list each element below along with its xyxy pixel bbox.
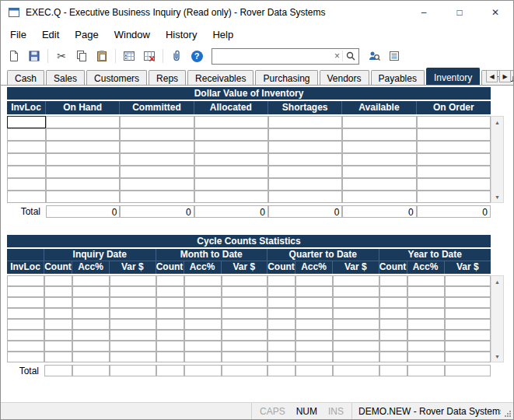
maximize-button[interactable]: □	[442, 1, 477, 24]
cycle-cell[interactable]	[445, 341, 491, 352]
cycle-cell[interactable]	[407, 330, 445, 341]
cycle-cell[interactable]	[7, 352, 44, 362]
inventory-cell[interactable]	[417, 166, 491, 178]
inventory-cell[interactable]	[342, 141, 416, 153]
cycle-cell[interactable]	[407, 319, 445, 330]
cycle-cell[interactable]	[44, 297, 72, 308]
inventory-cell[interactable]	[7, 116, 46, 128]
menu-item-page[interactable]: Page	[67, 26, 106, 44]
inventory-cell[interactable]	[417, 178, 491, 191]
tab-inventory[interactable]: Inventory	[426, 68, 480, 85]
cycle-cell[interactable]	[295, 297, 333, 308]
tab-vendors[interactable]: Vendors	[320, 70, 369, 85]
inventory-cell[interactable]	[417, 116, 491, 128]
cycle-cell[interactable]	[156, 308, 184, 319]
cycle-cell[interactable]	[267, 341, 295, 352]
attachment-button[interactable]	[167, 47, 186, 65]
cycle-cell[interactable]	[295, 352, 333, 362]
cycle-cell[interactable]	[44, 352, 72, 362]
cycle-cell[interactable]	[407, 275, 445, 286]
cycle-cell[interactable]	[184, 308, 222, 319]
cycle-cell[interactable]	[184, 352, 222, 362]
tab-reps[interactable]: Reps	[149, 70, 186, 85]
cycle-cell[interactable]	[156, 330, 184, 341]
cycle-cell[interactable]	[222, 275, 268, 286]
cycle-cell[interactable]	[379, 297, 407, 308]
cycle-cell[interactable]	[156, 297, 184, 308]
clear-search-icon[interactable]: ×	[332, 51, 342, 61]
cycle-cell[interactable]	[7, 330, 44, 341]
inventory-cell[interactable]	[194, 191, 268, 203]
cycle-cell[interactable]	[72, 297, 110, 308]
cycle-cell[interactable]	[445, 297, 491, 308]
cycle-cell[interactable]	[110, 330, 156, 341]
cycle-cell[interactable]	[44, 286, 72, 297]
inventory-cell[interactable]	[7, 153, 46, 166]
cycle-cell[interactable]	[72, 352, 110, 362]
cycle-cell[interactable]	[110, 352, 156, 362]
cycle-cell[interactable]	[72, 319, 110, 330]
cycle-cell[interactable]	[156, 319, 184, 330]
inventory-cell[interactable]	[7, 141, 46, 153]
tab-scroll-right-icon[interactable]: ▶	[499, 70, 511, 82]
cycle-cell[interactable]	[7, 341, 44, 352]
cycle-cell[interactable]	[445, 352, 491, 362]
cycle-cell[interactable]	[110, 308, 156, 319]
scroll-down-icon[interactable]: ▼	[491, 191, 503, 202]
cycle-cell[interactable]	[295, 286, 333, 297]
cycle-cell[interactable]	[184, 330, 222, 341]
cycle-cell[interactable]	[267, 352, 295, 362]
cycle-cell[interactable]	[222, 330, 268, 341]
cycle-cell[interactable]	[7, 286, 44, 297]
minimize-button[interactable]: –	[406, 1, 442, 24]
cycle-cell[interactable]	[72, 330, 110, 341]
cycle-cell[interactable]	[7, 308, 44, 319]
cycle-cell[interactable]	[295, 308, 333, 319]
cycle-cell[interactable]	[445, 330, 491, 341]
cut-button[interactable]: ✂	[52, 47, 71, 65]
inventory-cell[interactable]	[120, 128, 194, 141]
cycle-cell[interactable]	[222, 319, 268, 330]
cycle-cell[interactable]	[184, 275, 222, 286]
cycle-cell[interactable]	[295, 330, 333, 341]
scroll-down-icon[interactable]: ▼	[491, 351, 503, 362]
find-user-button[interactable]	[365, 47, 383, 65]
inventory-cell[interactable]	[342, 166, 416, 178]
cycle-cell[interactable]	[267, 286, 295, 297]
inventory-cell[interactable]	[342, 128, 416, 141]
cycle-cell[interactable]	[407, 341, 445, 352]
inventory-cell[interactable]	[7, 191, 46, 203]
cycle-cell[interactable]	[184, 286, 222, 297]
inventory-cell[interactable]	[120, 178, 194, 191]
inventory-cell[interactable]	[46, 128, 120, 141]
cycle-cell[interactable]	[379, 330, 407, 341]
help-button[interactable]: ?	[187, 47, 206, 65]
inventory-cell[interactable]	[46, 178, 120, 191]
inventory-cell[interactable]	[194, 166, 268, 178]
cycle-cell[interactable]	[379, 286, 407, 297]
cycle-scrollbar[interactable]: ▲ ▼	[491, 275, 504, 362]
cycle-cell[interactable]	[156, 286, 184, 297]
cycle-cell[interactable]	[222, 341, 268, 352]
cycle-cell[interactable]	[333, 319, 379, 330]
cycle-cell[interactable]	[267, 297, 295, 308]
inventory-cell[interactable]	[417, 141, 491, 153]
inventory-cell[interactable]	[120, 191, 194, 203]
inventory-scrollbar[interactable]: ▲ ▼	[491, 116, 504, 203]
search-input[interactable]	[212, 50, 332, 63]
cycle-cell[interactable]	[72, 286, 110, 297]
cycle-cell[interactable]	[333, 286, 379, 297]
inventory-cell[interactable]	[7, 128, 46, 141]
inventory-cell[interactable]	[120, 116, 194, 128]
cycle-cell[interactable]	[44, 319, 72, 330]
cycle-cell[interactable]	[295, 275, 333, 286]
cycle-cell[interactable]	[445, 308, 491, 319]
cycle-cell[interactable]	[333, 330, 379, 341]
tab-cash[interactable]: Cash	[7, 70, 44, 85]
cycle-cell[interactable]	[445, 286, 491, 297]
cycle-cell[interactable]	[184, 297, 222, 308]
list-view-button[interactable]	[385, 47, 404, 65]
cycle-cell[interactable]	[333, 275, 379, 286]
cycle-cell[interactable]	[407, 286, 445, 297]
tab-sales[interactable]: Sales	[46, 70, 85, 85]
